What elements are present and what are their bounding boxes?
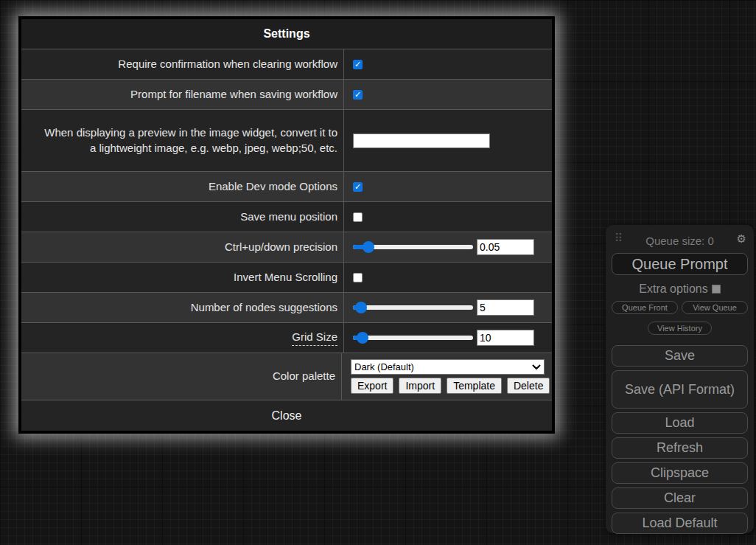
- chevron-down-icon: [532, 364, 541, 370]
- settings-dialog: Settings Require confirmation when clear…: [18, 16, 555, 434]
- setting-label: Enable Dev mode Options: [21, 172, 343, 201]
- view-history-button[interactable]: View History: [648, 322, 712, 335]
- setting-row-dev-mode: Enable Dev mode Options: [21, 171, 552, 201]
- invert-scrolling-checkbox[interactable]: [353, 273, 363, 282]
- load-button[interactable]: Load: [612, 412, 748, 434]
- grid-size-slider[interactable]: [353, 332, 473, 344]
- slider-fill: [353, 336, 363, 340]
- queue-front-button[interactable]: Queue Front: [612, 301, 678, 314]
- preview-format-input[interactable]: [353, 133, 490, 148]
- queue-prompt-button[interactable]: Queue Prompt: [612, 253, 748, 275]
- setting-label: Ctrl+up/down precision: [21, 232, 343, 262]
- setting-row-ctrl-precision: Ctrl+up/down precision: [21, 232, 552, 262]
- dialog-title: Settings: [21, 19, 552, 49]
- grid-size-label: Grid Size: [292, 330, 337, 346]
- close-button[interactable]: Close: [21, 400, 552, 431]
- setting-row-prompt-filename: Prompt for filename when saving workflow: [21, 79, 552, 109]
- template-button[interactable]: Template: [447, 378, 502, 394]
- import-button[interactable]: Import: [399, 378, 441, 394]
- slider-fill: [353, 305, 361, 310]
- comfy-menu-panel: ⠿ Queue size: 0 ⚙ Queue Prompt Extra opt…: [606, 225, 754, 533]
- extra-options-checkbox[interactable]: [712, 285, 721, 294]
- setting-label: Save menu position: [21, 202, 343, 232]
- queue-size-label: Queue size: 0: [645, 235, 714, 247]
- export-button[interactable]: Export: [351, 378, 393, 394]
- save-menu-position-checkbox[interactable]: [353, 212, 363, 222]
- setting-row-color-palette: Color palette Dark (Default) Export Impo…: [21, 353, 552, 400]
- setting-label: When displaying a preview in the image w…: [21, 110, 343, 171]
- gear-icon[interactable]: ⚙: [737, 232, 746, 246]
- slider-track: [353, 305, 473, 310]
- node-suggestions-slider[interactable]: [353, 302, 473, 313]
- dev-mode-checkbox[interactable]: [353, 182, 363, 192]
- ctrl-precision-slider[interactable]: [353, 241, 473, 253]
- drag-handle-icon[interactable]: ⠿: [615, 233, 623, 244]
- slider-thumb[interactable]: [357, 332, 368, 344]
- setting-label: Number of nodes suggestions: [21, 293, 343, 322]
- slider-thumb[interactable]: [355, 302, 367, 313]
- setting-row-preview-format: When displaying a preview in the image w…: [21, 109, 552, 171]
- setting-label: Prompt for filename when saving workflow: [21, 80, 343, 109]
- setting-row-invert-scrolling: Invert Menu Scrolling: [21, 262, 552, 292]
- setting-label: Invert Menu Scrolling: [21, 263, 343, 292]
- node-suggestions-value-input[interactable]: [477, 299, 534, 316]
- setting-row-save-menu-position: Save menu position: [21, 201, 552, 232]
- color-palette-select[interactable]: Dark (Default): [351, 359, 545, 375]
- confirm-clear-checkbox[interactable]: [353, 60, 363, 69]
- extra-options-label: Extra options: [639, 282, 707, 296]
- refresh-button[interactable]: Refresh: [612, 437, 748, 459]
- setting-label: Require confirmation when clearing workf…: [21, 49, 343, 79]
- slider-thumb[interactable]: [363, 241, 374, 253]
- slider-fill: [353, 245, 368, 249]
- slider-track: [353, 336, 473, 340]
- setting-row-grid-size: Grid Size: [21, 322, 552, 353]
- save-button[interactable]: Save: [612, 345, 748, 367]
- view-queue-button[interactable]: View Queue: [682, 301, 748, 314]
- selected-palette: Dark (Default): [354, 361, 532, 372]
- prompt-filename-checkbox[interactable]: [353, 90, 363, 100]
- setting-label: Color palette: [21, 353, 341, 400]
- clear-button[interactable]: Clear: [612, 487, 748, 509]
- ctrl-precision-value-input[interactable]: [477, 239, 534, 255]
- save-api-format-button[interactable]: Save (API Format): [612, 370, 748, 409]
- load-default-button[interactable]: Load Default: [612, 513, 748, 534]
- setting-row-confirm-clear: Require confirmation when clearing workf…: [21, 49, 552, 79]
- grid-size-value-input[interactable]: [477, 330, 534, 346]
- setting-row-node-suggestions: Number of nodes suggestions: [21, 292, 552, 322]
- clipspace-button[interactable]: Clipspace: [612, 462, 748, 484]
- delete-button[interactable]: Delete: [507, 378, 550, 394]
